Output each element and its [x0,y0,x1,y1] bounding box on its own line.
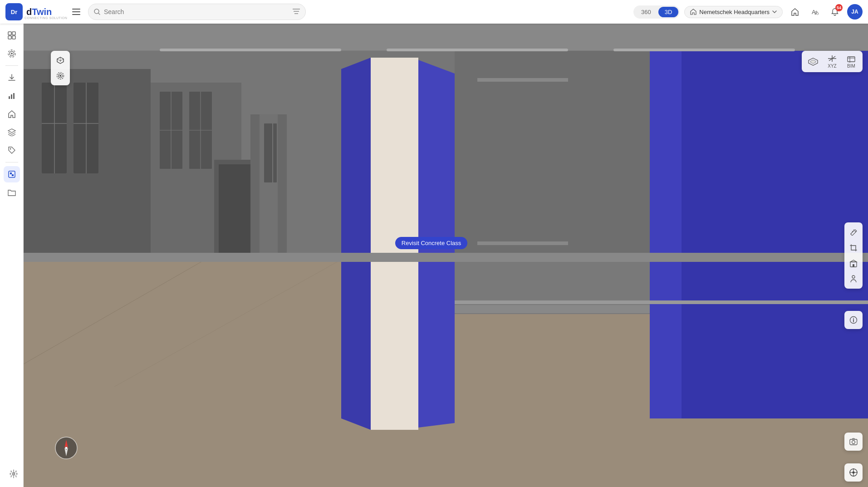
svg-rect-50 [264,123,272,182]
search-input[interactable] [104,8,289,15]
sidebar-item-download[interactable] [4,69,20,86]
info-button[interactable] [844,311,863,329]
svg-point-97 [13,472,15,475]
cube-icon [56,56,64,64]
location-name: Nemetschek Headquarters [699,9,770,15]
svg-rect-22 [10,172,12,174]
perspective-control[interactable] [805,56,821,68]
home-button[interactable] [787,4,803,20]
tag-icon [8,146,16,154]
translate-icon: A あ [811,8,819,16]
svg-point-68 [59,75,61,77]
ruler-icon [849,228,858,236]
twin-icon [8,170,16,178]
svg-rect-67 [613,49,795,51]
notification-button[interactable]: 54 [827,4,843,20]
view-360-button[interactable]: 360 [635,7,657,17]
svg-rect-12 [8,36,11,39]
location-button[interactable] [844,463,863,482]
crop-button[interactable] [846,241,861,255]
perspective-icon [808,58,818,66]
xyz-control[interactable]: XYZ [824,53,840,70]
camera-icon [849,438,858,446]
svg-rect-10 [8,32,11,35]
logo-icon: Dr [5,3,23,20]
sidebar-item-folder[interactable] [4,184,20,201]
svg-rect-61 [24,253,868,262]
home-header-icon [690,9,696,15]
canvas-area[interactable]: Revisit Concrete Class [24,24,868,487]
svg-rect-23 [12,174,14,176]
svg-point-96 [853,472,855,474]
svg-text:あ: あ [814,10,819,15]
sensor-view-button[interactable] [54,69,67,83]
screenshot-button[interactable] [844,433,863,451]
svg-rect-47 [219,164,255,255]
hamburger-icon [72,9,80,15]
location-selector[interactable]: Nemetschek Headquarters [684,6,783,18]
svg-marker-72 [810,60,816,64]
sidebar-item-tags[interactable] [4,142,20,158]
svg-point-83 [852,275,855,278]
user-avatar[interactable]: JA [847,4,863,20]
svg-rect-21 [9,171,15,177]
svg-rect-2 [72,14,80,15]
svg-line-79 [853,230,854,231]
sidebar-item-analytics[interactable] [4,88,20,104]
person-icon [849,275,858,283]
view-controls: XYZ BIM [802,51,863,72]
download-icon [8,74,16,82]
svg-rect-65 [160,49,341,51]
svg-line-4 [98,13,100,15]
sidebar-divider-1 [5,65,18,66]
folder-icon [8,188,16,197]
svg-rect-87 [850,439,857,445]
svg-rect-11 [12,32,15,35]
info-icon [849,316,858,324]
search-bar [88,4,306,20]
svg-marker-53 [341,58,371,430]
svg-rect-18 [11,94,12,99]
person-button[interactable] [846,271,861,286]
filter-icon [293,9,300,14]
right-toolbar [844,222,863,289]
search-filter-button[interactable] [293,8,300,16]
building-button[interactable] [846,256,861,271]
header-right: Nemetschek Headquarters A あ 54 JA [684,4,863,20]
svg-rect-76 [848,57,855,62]
left-sidebar [0,24,24,487]
logo-area: Dr dTwin CONNECTING SOLUTION [5,3,64,20]
view-3d-button[interactable]: 3D [658,7,679,17]
view-mode-button[interactable] [54,54,67,67]
svg-rect-26 [24,24,868,51]
xyz-label: XYZ [828,64,836,69]
settings-icon-fixed [10,469,18,477]
location-icon [849,468,858,477]
hamburger-button[interactable] [69,5,83,19]
sidebar-item-twin[interactable] [4,166,20,182]
bim-control[interactable]: BIM [843,53,859,70]
svg-rect-64 [477,241,568,245]
svg-marker-60 [650,51,682,418]
svg-line-80 [855,231,856,232]
sidebar-item-layers[interactable] [4,124,20,140]
home-sidebar-icon [8,110,16,118]
svg-rect-77 [851,229,857,235]
svg-rect-19 [13,93,15,99]
chevron-down-icon [772,10,777,13]
svg-line-78 [852,231,853,232]
view-toggle: 360 3D [633,5,680,19]
sidebar-item-sensors[interactable] [4,45,20,62]
translate-button[interactable]: A あ [807,4,823,20]
svg-rect-66 [387,49,568,51]
sidebar-item-grid[interactable] [4,27,20,44]
svg-point-20 [10,148,11,150]
ruler-button[interactable] [846,225,861,240]
grid-icon [8,31,16,39]
svg-rect-1 [72,11,80,12]
svg-rect-82 [853,264,854,267]
sidebar-divider-2 [5,162,18,162]
sidebar-item-home[interactable] [4,106,20,122]
svg-rect-17 [9,96,10,99]
settings-button-fixed[interactable] [6,466,21,481]
